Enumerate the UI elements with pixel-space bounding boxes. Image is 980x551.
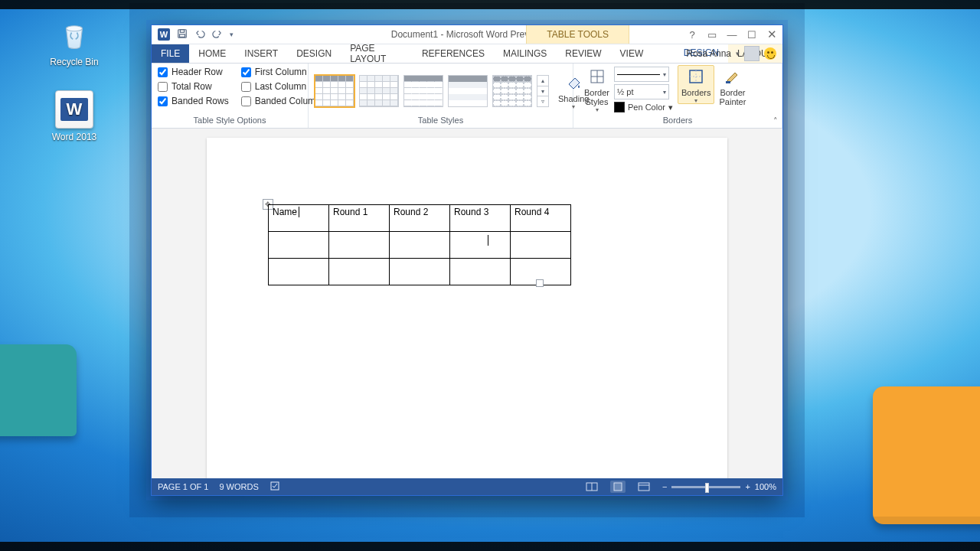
group-title: Borders bbox=[580, 116, 776, 128]
titlebar: W ▾ Document1 - Microsoft Word Preview T… bbox=[152, 25, 782, 44]
group-title: Table Style Options bbox=[158, 116, 302, 128]
qat-redo[interactable] bbox=[212, 28, 223, 41]
table-row bbox=[269, 259, 571, 285]
account-area[interactable]: Rosa Anna ▾ bbox=[686, 44, 776, 63]
style-thumb-5[interactable] bbox=[492, 75, 532, 107]
word-icon: W bbox=[158, 28, 170, 41]
qat-customize[interactable]: ▾ bbox=[230, 31, 234, 38]
pen-color-swatch bbox=[614, 102, 625, 112]
style-thumb-4[interactable] bbox=[448, 75, 488, 107]
tab-insert[interactable]: INSERT bbox=[235, 44, 287, 63]
table-row bbox=[269, 232, 571, 259]
view-print-layout[interactable] bbox=[610, 481, 626, 493]
feedback-smiley-icon[interactable] bbox=[764, 47, 776, 60]
table-styles-gallery[interactable]: ▴▾▿ bbox=[315, 73, 549, 107]
chevron-down-icon: ▾ bbox=[694, 99, 697, 103]
tab-mailings[interactable]: MAILINGS bbox=[494, 44, 556, 63]
tab-home[interactable]: HOME bbox=[189, 44, 235, 63]
group-table-styles: ▴▾▿ Shading ▾ Table Styles bbox=[309, 64, 573, 128]
tab-review[interactable]: REVIEW bbox=[556, 44, 610, 63]
style-thumb-1[interactable] bbox=[315, 75, 354, 107]
chevron-down-icon: ▾ bbox=[668, 103, 673, 112]
line-weight-combo[interactable]: ½ pt▾ bbox=[614, 84, 669, 99]
quick-access-toolbar: W ▾ bbox=[152, 28, 240, 41]
desktop-icon-label: Recycle Bin bbox=[40, 57, 109, 67]
view-read-mode[interactable] bbox=[584, 481, 599, 493]
status-page[interactable]: PAGE 1 OF 1 bbox=[158, 482, 208, 491]
opt-total-row[interactable]: Total Row bbox=[158, 81, 229, 92]
tab-file[interactable]: FILE bbox=[152, 44, 189, 63]
table-resize-handle[interactable] bbox=[536, 279, 544, 287]
tab-design[interactable]: DESIGN bbox=[287, 44, 341, 63]
avatar bbox=[744, 46, 760, 61]
status-proofing-icon[interactable] bbox=[270, 481, 280, 493]
chevron-down-icon: ▾ bbox=[596, 108, 599, 112]
borders-button[interactable]: Borders ▾ bbox=[678, 65, 715, 104]
desktop-background: Recycle Bin W Word 2013 W ▾ Document1 - … bbox=[0, 0, 980, 551]
close-button[interactable]: ✕ bbox=[766, 28, 778, 41]
zoom-value[interactable]: 100% bbox=[755, 482, 776, 491]
group-table-style-options: Header Row Total Row Banded Rows First C… bbox=[152, 64, 309, 128]
table-row: Name Round 1 Round 2 Round 3 Round 4 bbox=[269, 205, 571, 232]
insertion-caret bbox=[488, 235, 488, 246]
opt-header-row[interactable]: Header Row bbox=[158, 67, 229, 77]
group-borders: Border Styles ▾ ▾ ½ pt▾ Pen Color▾ Borde… bbox=[573, 64, 782, 128]
line-style-combo[interactable]: ▾ bbox=[614, 67, 669, 82]
recycle-bin-icon bbox=[56, 17, 93, 54]
collapse-ribbon-button[interactable]: ˄ bbox=[773, 116, 778, 126]
desktop-icon-word2013[interactable]: W Word 2013 bbox=[40, 90, 109, 142]
svg-rect-15 bbox=[639, 483, 649, 491]
svg-rect-14 bbox=[614, 483, 622, 491]
table-cell: Name bbox=[269, 205, 329, 232]
chevron-down-icon: ▾ bbox=[736, 50, 740, 57]
svg-rect-10 bbox=[726, 81, 730, 83]
qat-save[interactable] bbox=[177, 28, 188, 41]
maximize-button[interactable]: ☐ bbox=[746, 28, 758, 41]
ribbon: Header Row Total Row Banded Rows First C… bbox=[152, 64, 782, 129]
borders-icon bbox=[685, 67, 707, 86]
border-styles-icon bbox=[586, 67, 608, 86]
desktop-icon-recycle-bin[interactable]: Recycle Bin bbox=[40, 17, 109, 67]
group-title: Table Styles bbox=[315, 116, 567, 128]
view-web-layout[interactable] bbox=[636, 481, 652, 493]
zoom-slider[interactable] bbox=[671, 486, 740, 488]
table-cell[interactable]: Round 2 bbox=[390, 205, 450, 232]
gallery-spinner[interactable]: ▴▾▿ bbox=[537, 75, 549, 107]
desktop-deco-teal bbox=[0, 344, 77, 436]
contextual-tab-label: TABLE TOOLS bbox=[526, 25, 629, 44]
help-button[interactable]: ? bbox=[686, 28, 698, 41]
document-area[interactable]: ✥ Name Round 1 Round 2 Round 3 Round 4 bbox=[152, 129, 782, 478]
status-bar: PAGE 1 OF 1 9 WORDS − + 100% bbox=[152, 478, 782, 495]
status-words[interactable]: 9 WORDS bbox=[219, 482, 258, 491]
style-thumb-3[interactable] bbox=[403, 75, 443, 107]
zoom-control[interactable]: − + 100% bbox=[662, 482, 776, 491]
pen-color-button[interactable]: Pen Color▾ bbox=[614, 102, 673, 112]
account-name: Rosa Anna bbox=[686, 48, 731, 59]
ribbon-tabs: FILE HOME INSERT DESIGN PAGE LAYOUT REFE… bbox=[152, 44, 782, 64]
tab-references[interactable]: REFERENCES bbox=[413, 44, 494, 63]
table-cell[interactable]: Round 3 bbox=[450, 205, 511, 232]
text-cursor bbox=[299, 207, 299, 217]
table-cell[interactable]: Round 4 bbox=[511, 205, 571, 232]
minimize-button[interactable]: — bbox=[726, 28, 738, 41]
opt-banded-rows[interactable]: Banded Rows bbox=[158, 96, 229, 106]
border-painter-icon bbox=[722, 67, 743, 86]
tab-page-layout[interactable]: PAGE LAYOUT bbox=[341, 44, 413, 63]
svg-rect-2 bbox=[180, 29, 184, 32]
zoom-in[interactable]: + bbox=[745, 482, 750, 491]
word-app-icon: W bbox=[55, 90, 93, 129]
style-thumb-2[interactable] bbox=[359, 75, 399, 107]
word-window: W ▾ Document1 - Microsoft Word Preview T… bbox=[151, 24, 783, 496]
svg-rect-3 bbox=[180, 34, 185, 37]
zoom-out[interactable]: − bbox=[662, 482, 667, 491]
qat-undo[interactable] bbox=[194, 28, 205, 41]
ribbon-display-options[interactable]: ▭ bbox=[706, 28, 718, 41]
desktop-icon-label: Word 2013 bbox=[40, 132, 109, 142]
document-page[interactable]: ✥ Name Round 1 Round 2 Round 3 Round 4 bbox=[207, 138, 727, 478]
table-cell[interactable]: Round 1 bbox=[329, 205, 390, 232]
document-table[interactable]: Name Round 1 Round 2 Round 3 Round 4 bbox=[268, 204, 571, 285]
desktop-deco-orange bbox=[873, 386, 980, 524]
tab-view[interactable]: VIEW bbox=[611, 44, 653, 63]
border-styles-button[interactable]: Border Styles ▾ bbox=[580, 65, 614, 112]
border-painter-button[interactable]: Border Painter bbox=[714, 65, 750, 106]
